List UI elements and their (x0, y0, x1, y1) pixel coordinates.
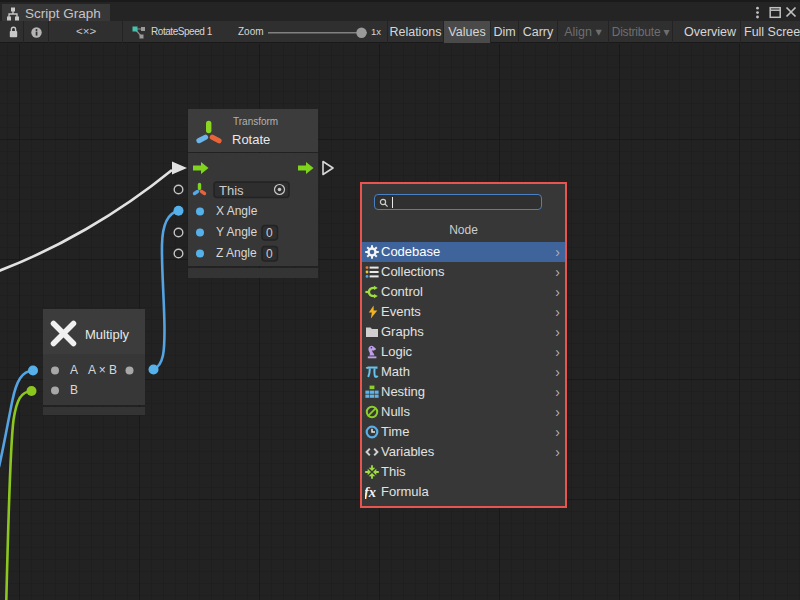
svg-text:fx: fx (365, 485, 376, 499)
